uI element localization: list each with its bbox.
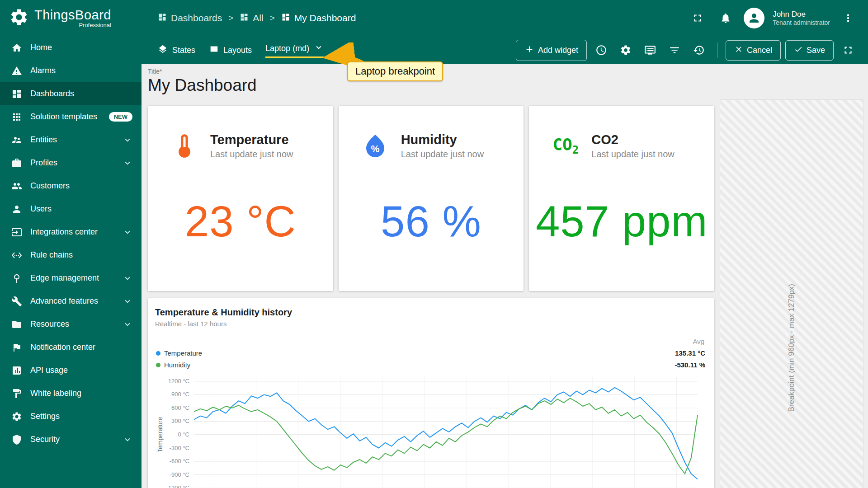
svg-text:-1200 °C: -1200 °C bbox=[166, 484, 189, 488]
chevron-down-icon bbox=[123, 319, 132, 329]
cancel-button[interactable]: Cancel bbox=[726, 40, 781, 61]
top-header: Dashboards>All>My Dashboard John Doe Ten… bbox=[142, 0, 868, 36]
sidebar-item-settings[interactable]: Settings bbox=[0, 405, 142, 428]
breakpoint-range-label: Breakpoint (min 960px - max 1279px) bbox=[787, 284, 796, 412]
work-icon bbox=[11, 157, 23, 169]
check-icon bbox=[794, 45, 803, 56]
fullscreen-icon[interactable] bbox=[688, 8, 708, 28]
entity-aliases-display-icon[interactable] bbox=[640, 40, 660, 60]
timewindow-clock-icon[interactable] bbox=[591, 40, 611, 60]
states-button[interactable]: States bbox=[158, 44, 195, 56]
sidebar-item-users[interactable]: Users bbox=[0, 197, 142, 221]
chevron-down-icon bbox=[314, 42, 324, 55]
annotation-callout: Laptop breakpoint bbox=[347, 61, 443, 81]
dashboard-title[interactable]: My Dashboard bbox=[148, 76, 868, 95]
legend-row-humidity[interactable]: Humidity -530.11 % bbox=[156, 361, 705, 369]
dashboard-settings-gear-icon[interactable] bbox=[616, 40, 636, 60]
chart-subtitle: Realtime - last 12 hours bbox=[155, 320, 707, 328]
chevron-down-icon bbox=[123, 158, 132, 168]
breadcrumb-item-all[interactable]: All bbox=[240, 13, 263, 24]
svg-text:Temperature: Temperature bbox=[156, 417, 164, 452]
breakpoint-select[interactable]: Laptop (md) bbox=[265, 42, 324, 58]
breadcrumb-item-dashboards[interactable]: Dashboards bbox=[158, 13, 222, 24]
legend-avg-value: -530.11 % bbox=[675, 361, 705, 369]
sidebar-item-white-labeling[interactable]: White labeling bbox=[0, 382, 142, 405]
chart-title: Temperature & Humidity history bbox=[155, 307, 707, 318]
notifications-bell-icon[interactable] bbox=[716, 8, 736, 28]
sidebar-item-advanced-features[interactable]: Advanced features bbox=[0, 290, 142, 313]
sidebar-item-home[interactable]: Home bbox=[0, 36, 142, 59]
sidebar-item-label: API usage bbox=[30, 366, 132, 375]
breakpoint-area-overlay: Breakpoint (min 960px - max 1279px) bbox=[720, 99, 863, 488]
breadcrumb: Dashboards>All>My Dashboard bbox=[158, 13, 356, 24]
sidebar-item-entities[interactable]: Entities bbox=[0, 128, 142, 151]
dashboards-icon bbox=[281, 13, 290, 24]
sidebar-item-label: Customers bbox=[30, 181, 132, 191]
sidebar-item-label: Home bbox=[30, 43, 132, 52]
sidebar-item-customers[interactable]: Customers bbox=[0, 174, 142, 197]
sidebar-nav: HomeAlarmsDashboardsSolution templatesNE… bbox=[0, 36, 142, 488]
humidity-value: 56 % bbox=[339, 152, 524, 291]
widgets-row: Temperature Last update just now 23 °C %… bbox=[148, 106, 714, 291]
user-role: Tenant administrator bbox=[773, 19, 830, 27]
legend-agg-header: Avg bbox=[156, 338, 705, 345]
more-vert-icon[interactable] bbox=[838, 8, 858, 28]
sidebar-item-label: Rule chains bbox=[30, 250, 132, 260]
app-logo[interactable]: ThingsBoard Professional bbox=[0, 0, 142, 36]
humidity-widget[interactable]: % Humidity Last update just now 56 % bbox=[339, 106, 524, 291]
sidebar-item-profiles[interactable]: Profiles bbox=[0, 151, 142, 174]
co2-value: 457 ppm bbox=[529, 152, 714, 291]
filters-icon[interactable] bbox=[665, 40, 684, 60]
svg-text:1200 °C: 1200 °C bbox=[168, 378, 189, 385]
sidebar-item-label: Settings bbox=[30, 412, 132, 421]
sidebar-item-resources[interactable]: Resources bbox=[0, 313, 142, 336]
paint-icon bbox=[11, 388, 23, 399]
chart-legend: Avg Temperature 135.31 °C Humidity -530.… bbox=[155, 338, 707, 369]
app-edition: Professional bbox=[34, 22, 111, 28]
widget-title: Humidity bbox=[401, 132, 484, 147]
sidebar-item-alarms[interactable]: Alarms bbox=[0, 59, 142, 82]
sidebar-item-label: Security bbox=[30, 435, 115, 444]
sidebar-item-solution-templates[interactable]: Solution templatesNEW bbox=[0, 105, 142, 128]
gear-icon bbox=[11, 411, 23, 422]
home-icon bbox=[11, 42, 23, 54]
temperature-value: 23 °C bbox=[148, 152, 333, 291]
sidebar-item-integrations-center[interactable]: Integrations center bbox=[0, 221, 142, 244]
rule-chain-icon bbox=[11, 249, 23, 261]
legend-row-temperature[interactable]: Temperature 135.31 °C bbox=[156, 349, 705, 357]
co2-widget[interactable]: CO2 CO2 Last update just now 457 ppm bbox=[529, 106, 714, 291]
apps-icon bbox=[11, 111, 23, 123]
plus-icon bbox=[524, 44, 534, 56]
chart-widget[interactable]: Temperature & Humidity history Realtime … bbox=[148, 298, 714, 488]
breadcrumb-item-my-dashboard[interactable]: My Dashboard bbox=[281, 13, 356, 24]
build-icon bbox=[11, 296, 23, 307]
sidebar-item-rule-chains[interactable]: Rule chains bbox=[0, 244, 142, 267]
sidebar: ThingsBoard Professional HomeAlarmsDashb… bbox=[0, 0, 142, 488]
chevron-down-icon bbox=[123, 135, 132, 145]
sidebar-item-security[interactable]: Security bbox=[0, 428, 142, 451]
add-widget-button[interactable]: Add widget bbox=[516, 40, 587, 61]
sidebar-item-edge-management[interactable]: Edge management bbox=[0, 267, 142, 290]
save-label: Save bbox=[807, 46, 825, 55]
dashboards-icon bbox=[11, 88, 23, 100]
version-history-icon[interactable] bbox=[689, 40, 709, 60]
temperature-widget[interactable]: Temperature Last update just now 23 °C bbox=[148, 106, 333, 291]
sidebar-item-dashboards[interactable]: Dashboards bbox=[0, 82, 142, 105]
sidebar-item-api-usage[interactable]: API usage bbox=[0, 359, 142, 382]
edge-icon bbox=[11, 272, 23, 284]
add-widget-label: Add widget bbox=[538, 46, 578, 55]
svg-text:600 °C: 600 °C bbox=[171, 404, 189, 411]
sidebar-item-label: Notification center bbox=[30, 343, 132, 352]
toolbar-divider bbox=[717, 42, 717, 58]
layouts-button[interactable]: Layouts bbox=[209, 44, 252, 56]
avatar[interactable] bbox=[744, 8, 764, 28]
sidebar-item-notification-center[interactable]: Notification center bbox=[0, 336, 142, 359]
chevron-down-icon bbox=[123, 435, 132, 445]
dashboards-icon bbox=[240, 13, 249, 24]
people-icon bbox=[11, 180, 23, 192]
sidebar-item-label: Alarms bbox=[30, 66, 132, 75]
toolbar-fullscreen-icon[interactable] bbox=[838, 40, 858, 60]
save-button[interactable]: Save bbox=[785, 40, 834, 61]
svg-text:0 °C: 0 °C bbox=[178, 431, 189, 438]
person-icon bbox=[11, 203, 23, 215]
